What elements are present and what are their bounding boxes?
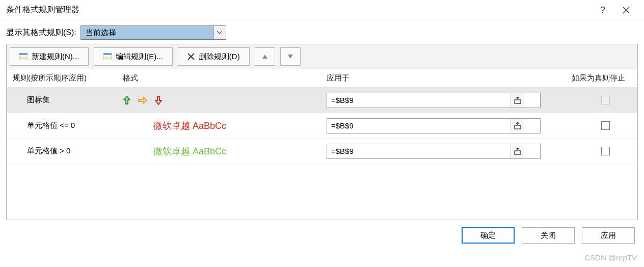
close-button[interactable]: 关闭 — [522, 227, 575, 244]
range-selector-button[interactable] — [511, 93, 524, 108]
header-format: 格式 — [123, 73, 327, 83]
help-button[interactable]: ? — [591, 2, 614, 18]
show-rules-selected: 当前选择 — [81, 26, 213, 39]
range-selector-icon — [514, 122, 521, 129]
titlebar: 条件格式规则管理器 ? — [0, 0, 644, 20]
close-window-button[interactable] — [614, 2, 638, 18]
header-rule: 规则(按所示顺序应用) — [11, 73, 123, 83]
delete-rule-button[interactable]: 删除规则(D) — [178, 47, 250, 66]
move-up-button[interactable] — [255, 47, 275, 66]
format-sample-text: 微软卓越 AaBbCc — [153, 145, 226, 157]
rule-row[interactable]: 单元格值 <= 0 微软卓越 AaBbCc — [7, 113, 637, 139]
chevron-down-icon — [213, 26, 226, 39]
rules-header-row: 规则(按所示顺序应用) 格式 应用于 如果为真则停止 — [7, 69, 637, 88]
conditional-formatting-rules-manager: 条件格式规则管理器 ? 显示其格式规则(S): 当前选择 — [0, 0, 644, 267]
arrow-right-yellow-icon — [138, 96, 147, 104]
stop-if-true-checkbox — [601, 96, 610, 104]
new-rule-button[interactable]: 新建规则(N)... — [10, 47, 89, 66]
applies-to-field — [327, 118, 541, 134]
arrow-down-red-icon — [154, 96, 163, 105]
svg-rect-12 — [515, 100, 521, 103]
rules-toolbar: 新建规则(N)... 编辑规则(E)... 删除规则(D) — [7, 44, 637, 69]
svg-rect-3 — [19, 53, 28, 55]
ok-button[interactable]: 确定 — [462, 227, 515, 244]
format-preview-text: 微软卓越 AaBbCc — [123, 145, 327, 157]
applies-to-field — [327, 93, 541, 108]
svg-rect-14 — [515, 151, 521, 154]
applies-to-input[interactable] — [327, 144, 511, 158]
stop-if-true-checkbox[interactable] — [601, 121, 610, 130]
show-rules-label: 显示其格式规则(S): — [6, 28, 76, 38]
svg-rect-7 — [103, 53, 112, 55]
arrow-up-icon — [262, 55, 267, 59]
move-down-button[interactable] — [280, 47, 301, 66]
show-rules-dropdown[interactable]: 当前选择 — [81, 25, 226, 40]
format-preview-text: 微软卓越 AaBbCc — [123, 120, 327, 132]
range-selector-icon — [514, 148, 521, 155]
show-rules-row: 显示其格式规则(S): 当前选择 — [0, 20, 644, 44]
new-rule-icon — [19, 53, 28, 60]
arrow-down-icon — [288, 55, 293, 59]
watermark: CSDN @repTV — [584, 253, 637, 262]
edit-rule-icon — [103, 53, 112, 60]
apply-button[interactable]: 应用 — [582, 227, 635, 244]
rule-row[interactable]: 图标集 — [7, 88, 637, 113]
format-sample-text: 微软卓越 AaBbCc — [153, 120, 226, 132]
dialog-footer: 确定 关闭 应用 — [0, 220, 644, 251]
applies-to-input[interactable] — [327, 93, 511, 108]
rules-list: 图标集 — [7, 88, 637, 220]
edit-rule-button[interactable]: 编辑规则(E)... — [94, 47, 173, 66]
applies-to-input[interactable] — [327, 119, 511, 133]
format-preview-iconset — [123, 96, 327, 105]
header-applies-to: 应用于 — [327, 73, 541, 83]
header-stop-if-true: 如果为真则停止 — [541, 73, 633, 83]
applies-to-field — [327, 144, 541, 159]
range-selector-icon — [514, 97, 521, 104]
arrow-up-green-icon — [123, 96, 131, 105]
range-selector-button[interactable] — [511, 144, 524, 158]
stop-if-true-checkbox[interactable] — [601, 147, 610, 155]
rule-row[interactable]: 单元格值 > 0 微软卓越 AaBbCc — [7, 139, 637, 164]
rule-name: 单元格值 <= 0 — [11, 121, 123, 130]
close-icon — [623, 7, 630, 14]
rules-frame: 新建规则(N)... 编辑规则(E)... 删除规则(D) — [6, 44, 638, 220]
range-selector-button[interactable] — [511, 119, 524, 133]
delete-icon — [187, 53, 195, 60]
rule-name: 单元格值 > 0 — [11, 146, 123, 156]
rule-name: 图标集 — [11, 95, 123, 105]
svg-rect-13 — [515, 125, 521, 129]
dialog-title: 条件格式规则管理器 — [6, 5, 591, 15]
